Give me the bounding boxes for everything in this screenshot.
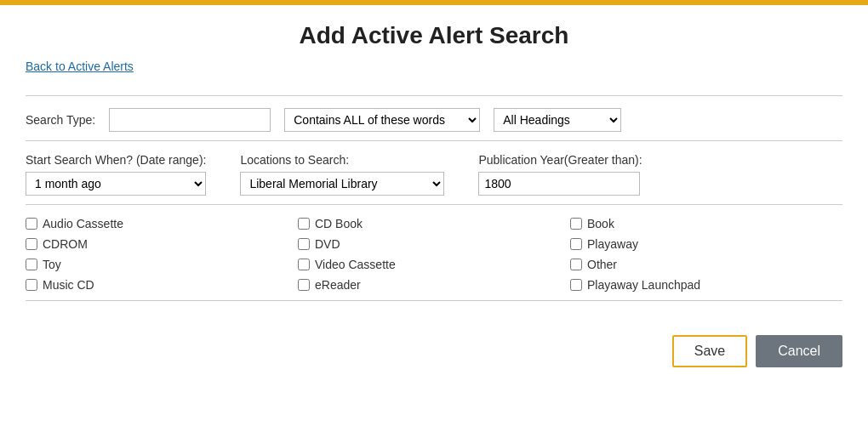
ereader-checkbox[interactable]	[298, 279, 310, 291]
checkbox-item-other: Other	[570, 258, 842, 271]
audio-cassette-label: Audio Cassette	[43, 217, 123, 230]
dvd-checkbox[interactable]	[298, 238, 310, 250]
checkbox-item-dvd: DVD	[298, 237, 570, 251]
divider-4	[26, 300, 842, 301]
pub-year-input[interactable]	[478, 172, 640, 196]
checkbox-col-3: BookPlayawayOtherPlayaway Launchpad	[570, 217, 842, 292]
headings-dropdown[interactable]: All HeadingsTitleAuthorSubjectISBN	[494, 108, 621, 132]
checkbox-item-ereader: eReader	[298, 278, 570, 292]
divider-2	[26, 140, 842, 141]
divider-3	[26, 204, 842, 205]
search-type-label: Search Type:	[26, 113, 95, 127]
locations-dropdown[interactable]: Liberal Memorial Library	[240, 172, 444, 196]
other-checkbox[interactable]	[570, 259, 582, 270]
playaway-launchpad-label: Playaway Launchpad	[587, 278, 700, 292]
cdrom-label: CDROM	[43, 237, 88, 251]
video-cassette-checkbox[interactable]	[298, 259, 310, 270]
playaway-launchpad-checkbox[interactable]	[570, 279, 582, 291]
search-type-input[interactable]	[109, 108, 271, 132]
checkbox-item-playaway: Playaway	[570, 237, 842, 251]
dvd-label: DVD	[315, 237, 340, 251]
cdrom-checkbox[interactable]	[26, 238, 37, 250]
music-cd-checkbox[interactable]	[26, 279, 37, 291]
search-type-row: Search Type: Contains ALL of these words…	[26, 108, 842, 132]
date-range-group: Start Search When? (Date range): 1 month…	[26, 153, 206, 196]
pub-year-group: Publication Year(Greater than):	[478, 153, 642, 196]
toy-checkbox[interactable]	[26, 259, 37, 270]
checkbox-item-cdrom: CDROM	[26, 237, 298, 251]
audio-cassette-checkbox[interactable]	[26, 218, 37, 230]
checkbox-col-2: CD BookDVDVideo CassetteeReader	[298, 217, 570, 292]
back-to-active-alerts-link[interactable]: Back to Active Alerts	[26, 60, 134, 73]
music-cd-label: Music CD	[43, 278, 94, 292]
checkbox-item-video-cassette: Video Cassette	[298, 258, 570, 271]
contains-dropdown[interactable]: Contains ALL of these wordsContains ANY …	[284, 108, 480, 132]
toy-label: Toy	[43, 258, 61, 271]
ereader-label: eReader	[315, 278, 361, 292]
page-title: Add Active Alert Search	[26, 14, 842, 60]
page-container: Add Active Alert Search Back to Active A…	[0, 5, 868, 384]
checkbox-item-audio-cassette: Audio Cassette	[26, 217, 298, 230]
save-button[interactable]: Save	[672, 335, 747, 367]
locations-group: Locations to Search: Liberal Memorial Li…	[240, 153, 444, 196]
checkbox-item-book: Book	[570, 217, 842, 230]
date-range-label: Start Search When? (Date range):	[26, 153, 206, 167]
checkbox-item-playaway-launchpad: Playaway Launchpad	[570, 278, 842, 292]
locations-label: Locations to Search:	[240, 153, 444, 167]
divider-1	[26, 95, 842, 96]
cd-book-label: CD Book	[315, 217, 363, 230]
checkbox-item-toy: Toy	[26, 258, 298, 271]
other-label: Other	[587, 258, 617, 271]
checkbox-item-cd-book: CD Book	[298, 217, 570, 230]
date-range-dropdown[interactable]: 1 month ago2 months ago3 months ago6 mon…	[26, 172, 206, 196]
pub-year-label: Publication Year(Greater than):	[478, 153, 642, 167]
checkbox-col-1: Audio CassetteCDROMToyMusic CD	[26, 217, 298, 292]
cancel-button[interactable]: Cancel	[756, 335, 842, 367]
checkbox-item-music-cd: Music CD	[26, 278, 298, 292]
book-checkbox[interactable]	[570, 218, 582, 230]
playaway-checkbox[interactable]	[570, 238, 582, 250]
book-label: Book	[587, 217, 614, 230]
video-cassette-label: Video Cassette	[315, 258, 396, 271]
footer-buttons: Save Cancel	[26, 327, 842, 367]
checkboxes-section: Audio CassetteCDROMToyMusic CD CD BookDV…	[26, 217, 842, 292]
playaway-label: Playaway	[587, 237, 638, 251]
date-location-pub-row: Start Search When? (Date range): 1 month…	[26, 153, 842, 196]
cd-book-checkbox[interactable]	[298, 218, 310, 230]
